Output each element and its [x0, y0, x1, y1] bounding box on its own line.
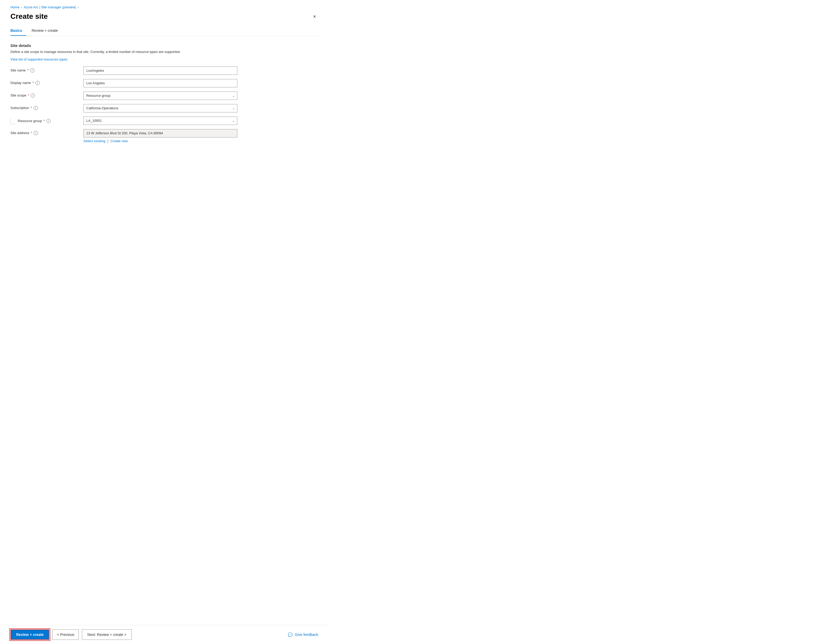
select-existing-link[interactable]: Select existing — [84, 139, 105, 143]
page-title: Create site — [10, 12, 48, 21]
subscription-select-wrapper: California-Operations ⌄ — [84, 104, 237, 112]
page-header: Create site × — [10, 12, 318, 21]
section-desc: Define a site scope to manage resources … — [10, 49, 318, 54]
subscription-row: Subscription * i California-Operations ⌄ — [10, 104, 318, 112]
display-name-info-icon[interactable]: i — [36, 81, 39, 85]
display-name-control — [84, 79, 318, 87]
resource-group-label: Resource group — [18, 119, 42, 123]
display-name-required: * — [33, 81, 34, 85]
site-address-label-cell: Site address * i — [10, 129, 84, 135]
site-name-info-icon[interactable]: i — [30, 68, 34, 72]
site-name-input[interactable] — [84, 67, 237, 75]
create-new-link[interactable]: Create new — [110, 139, 128, 143]
address-links-separator: | — [107, 139, 108, 143]
site-scope-select-wrapper: Resource group Subscription ⌄ — [84, 92, 237, 100]
site-scope-control: Resource group Subscription ⌄ — [84, 92, 318, 100]
site-address-label: Site address — [10, 131, 29, 135]
close-button[interactable]: × — [311, 13, 318, 20]
site-name-required: * — [27, 68, 29, 72]
breadcrumb-sep-2: › — [78, 5, 79, 9]
subscription-label: Subscription — [10, 106, 29, 110]
site-name-label: Site name — [10, 68, 26, 72]
display-name-row: Display name * i — [10, 79, 318, 87]
subscription-info-icon[interactable]: i — [34, 106, 38, 110]
indent-line: Resource group * i — [10, 118, 51, 124]
supported-resources-link[interactable]: View list of supported resources types — [10, 58, 67, 61]
site-name-label-cell: Site name * i — [10, 67, 84, 72]
site-name-row: Site name * i — [10, 67, 318, 75]
site-scope-info-icon[interactable]: i — [31, 94, 35, 97]
resource-group-required: * — [44, 119, 45, 123]
page-container: Home › Azure Arc | Site manager (preview… — [0, 0, 328, 168]
site-address-row: Site address * i Select existing | Creat… — [10, 129, 318, 143]
site-address-control: Select existing | Create new — [84, 129, 318, 143]
breadcrumb-sep-1: › — [21, 5, 22, 9]
site-name-control — [84, 67, 318, 75]
resource-group-control: LA_10001 ⌄ — [84, 117, 318, 125]
form: Site name * i Display name * i Site scop… — [10, 67, 318, 143]
site-scope-select[interactable]: Resource group Subscription — [84, 92, 237, 100]
address-links: Select existing | Create new — [84, 139, 318, 143]
subscription-required: * — [31, 106, 32, 110]
site-details-section: Site details Define a site scope to mana… — [10, 43, 318, 61]
display-name-input[interactable] — [84, 79, 237, 87]
breadcrumb-home[interactable]: Home — [10, 5, 20, 9]
site-scope-label-cell: Site scope * i — [10, 92, 84, 97]
subscription-select[interactable]: California-Operations — [84, 104, 237, 112]
tab-basics[interactable]: Basics — [10, 26, 26, 36]
resource-group-row: Resource group * i LA_10001 ⌄ — [10, 117, 318, 125]
display-name-label: Display name — [10, 81, 31, 85]
site-scope-required: * — [28, 94, 29, 97]
site-address-input[interactable] — [84, 129, 237, 138]
site-scope-label: Site scope — [10, 94, 26, 97]
section-title: Site details — [10, 43, 318, 48]
subscription-control: California-Operations ⌄ — [84, 104, 318, 112]
site-address-required: * — [31, 131, 32, 135]
resource-group-select[interactable]: LA_10001 — [84, 117, 237, 125]
bottom-padding — [10, 147, 318, 168]
subscription-label-cell: Subscription * i — [10, 104, 84, 110]
tab-review-create[interactable]: Review + create — [31, 26, 62, 36]
breadcrumb-arc[interactable]: Azure Arc | Site manager (preview) — [24, 5, 76, 9]
display-name-label-cell: Display name * i — [10, 79, 84, 85]
breadcrumb: Home › Azure Arc | Site manager (preview… — [10, 5, 318, 9]
site-address-info-icon[interactable]: i — [34, 131, 38, 135]
site-scope-row: Site scope * i Resource group Subscripti… — [10, 92, 318, 100]
resource-group-label-cell: Resource group * i — [10, 117, 84, 124]
resource-group-info-icon[interactable]: i — [46, 119, 51, 123]
indent-bracket — [10, 118, 16, 124]
resource-group-select-wrapper: LA_10001 ⌄ — [84, 117, 237, 125]
tabs-container: Basics Review + create — [10, 26, 318, 36]
